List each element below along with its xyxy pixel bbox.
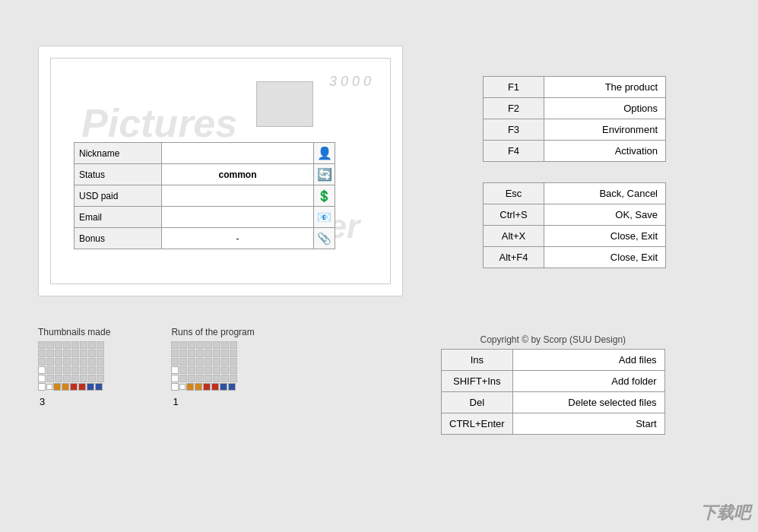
table-row: Bonus - 📎 xyxy=(75,228,335,249)
runs-count-row: 1 xyxy=(171,394,178,407)
file-actions-section: Copyright © by Scorp (SUU Design) Ins Ad… xyxy=(441,334,665,435)
desc-altx: Close, Exit xyxy=(544,226,666,247)
key-altx: Alt+X xyxy=(484,226,544,247)
main-card: 3 0 0 0 Pictures Maker Nickname 👤 Status xyxy=(38,46,403,296)
nickname-icon-cell[interactable]: 👤 xyxy=(314,143,335,164)
action-row-altf4: Alt+F4 Close, Exit xyxy=(484,247,666,268)
desc-f2: Options xyxy=(544,98,666,119)
bonus-icon: 📎 xyxy=(317,232,331,245)
action-row-altx: Alt+X Close, Exit xyxy=(484,226,666,247)
photo-placeholder xyxy=(256,81,313,127)
copyright-text: Copyright © by Scorp (SUU Design) xyxy=(441,334,665,345)
fn-row-f2: F2 Options xyxy=(484,98,666,119)
action-keys-table: Esc Back, Cancel Ctrl+S OK, Save Alt+X C… xyxy=(483,182,666,268)
table-row: Status common 🔄 xyxy=(75,164,335,185)
stats-section: Thumbnails made xyxy=(38,327,255,407)
desc-f4: Activation xyxy=(544,141,666,162)
desc-shiftins: Add folder xyxy=(512,371,664,392)
file-action-row-shiftins: SHIFT+Ins Add folder xyxy=(442,371,665,392)
bonus-icon-cell[interactable]: 📎 xyxy=(314,228,335,249)
form-table: Nickname 👤 Status common 🔄 xyxy=(74,142,335,249)
status-icon: 🔄 xyxy=(317,168,332,181)
status-label: Status xyxy=(75,164,162,185)
key-f2: F2 xyxy=(484,98,544,119)
fn-keys-table: F1 The product F2 Options F3 Environment… xyxy=(483,76,666,162)
user-icon: 👤 xyxy=(317,147,332,160)
runs-block: Runs of the program xyxy=(171,327,254,407)
bonus-value[interactable]: - xyxy=(162,228,314,249)
thumbnails-label: Thumbnails made xyxy=(38,327,110,337)
desc-altf4: Close, Exit xyxy=(544,247,666,268)
usd-icon-cell[interactable]: 💲 xyxy=(314,185,335,207)
desc-f3: Environment xyxy=(544,119,666,141)
key-esc: Esc xyxy=(484,183,544,204)
nickname-label: Nickname xyxy=(75,143,162,164)
status-value[interactable]: common xyxy=(162,164,314,185)
table-row: Nickname 👤 xyxy=(75,143,335,164)
file-action-row-del: Del Delete selected files xyxy=(442,392,665,413)
status-icon-cell[interactable]: 🔄 xyxy=(314,164,335,185)
usd-value[interactable] xyxy=(162,185,314,207)
thumbnails-block: Thumbnails made xyxy=(38,327,110,407)
key-f1: F1 xyxy=(484,77,544,98)
fn-row-f3: F3 Environment xyxy=(484,119,666,141)
usd-icon: 💲 xyxy=(317,189,331,202)
table-row: USD paid 💲 xyxy=(75,185,335,207)
key-f4: F4 xyxy=(484,141,544,162)
file-action-row-ins: Ins Add files xyxy=(442,350,665,371)
file-actions-table: Ins Add files SHIFT+Ins Add folder Del D… xyxy=(441,349,665,435)
table-row: Email 📧 xyxy=(75,207,335,228)
watermark-pictures: Pictures xyxy=(81,100,237,146)
desc-esc: Back, Cancel xyxy=(544,183,666,204)
key-ctrlenter: CTRL+Enter xyxy=(442,413,513,435)
file-action-row-ctrlenter: CTRL+Enter Start xyxy=(442,413,665,435)
runs-label: Runs of the program xyxy=(171,327,254,337)
bonus-label: Bonus xyxy=(75,228,162,249)
usd-label: USD paid xyxy=(75,185,162,207)
thumbnails-count: 3 xyxy=(40,396,45,407)
desc-ctrls: OK, Save xyxy=(544,204,666,226)
desc-ins: Add files xyxy=(512,350,664,371)
key-altf4: Alt+F4 xyxy=(484,247,544,268)
email-value[interactable] xyxy=(162,207,314,228)
email-label: Email xyxy=(75,207,162,228)
watermark-3000: 3 0 0 0 xyxy=(329,74,371,90)
email-icon-cell[interactable]: 📧 xyxy=(314,207,335,228)
form-area: Nickname 👤 Status common 🔄 xyxy=(74,142,335,249)
thumbnails-grid xyxy=(38,341,104,391)
action-row-esc: Esc Back, Cancel xyxy=(484,183,666,204)
key-f3: F3 xyxy=(484,119,544,141)
desc-f1: The product xyxy=(544,77,666,98)
runs-grid xyxy=(171,341,237,391)
action-keys-section: Esc Back, Cancel Ctrl+S OK, Save Alt+X C… xyxy=(483,182,666,268)
key-del: Del xyxy=(442,392,513,413)
thumbnails-count-row: 3 xyxy=(38,394,45,407)
runs-count: 1 xyxy=(173,396,178,407)
key-ins: Ins xyxy=(442,350,513,371)
email-icon: 📧 xyxy=(317,211,331,223)
key-ctrls: Ctrl+S xyxy=(484,204,544,226)
inner-card: 3 0 0 0 Pictures Maker Nickname 👤 Status xyxy=(50,58,391,284)
desc-ctrlenter: Start xyxy=(512,413,664,435)
nickname-value[interactable] xyxy=(162,143,314,164)
site-watermark: 下载吧 xyxy=(700,502,750,524)
desc-del: Delete selected files xyxy=(512,392,664,413)
fn-keys-section: F1 The product F2 Options F3 Environment… xyxy=(483,76,666,162)
key-shiftins: SHIFT+Ins xyxy=(442,371,513,392)
action-row-ctrls: Ctrl+S OK, Save xyxy=(484,204,666,226)
fn-row-f1: F1 The product xyxy=(484,77,666,98)
fn-row-f4: F4 Activation xyxy=(484,141,666,162)
